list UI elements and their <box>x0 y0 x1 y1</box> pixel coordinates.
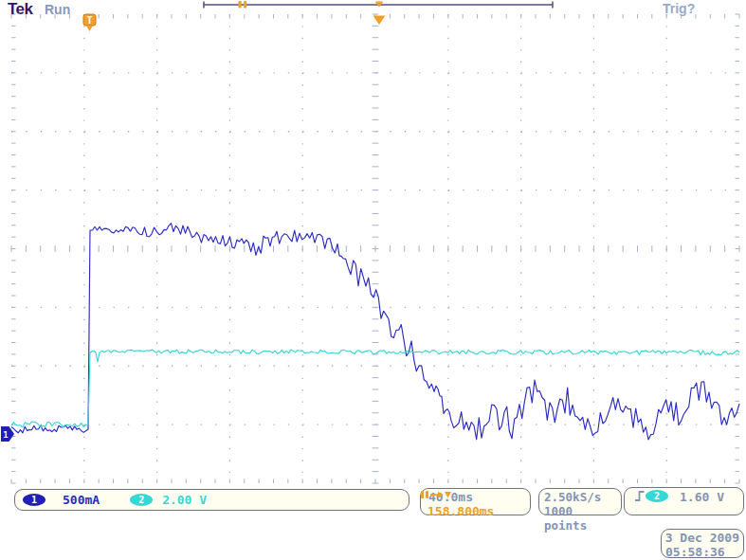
ch1-ground-marker-icon: 1 <box>1 426 14 442</box>
ch1-trace <box>11 224 739 440</box>
scope-display: T 1 <box>0 0 746 560</box>
time-label: 05:58:36 <box>662 545 743 559</box>
date-label: 3 Dec 2009 <box>662 530 743 545</box>
ch2-badge: 2 <box>130 494 153 506</box>
delay-value: 158.800ms <box>428 504 494 518</box>
rising-edge-icon <box>634 489 646 502</box>
tek-logo: Tek <box>8 0 33 19</box>
waveforms <box>11 224 739 440</box>
ch2-trace <box>11 350 739 427</box>
sample-rate: 2.50kS/s <box>539 489 621 504</box>
trigger-level: 1.60 V <box>680 490 724 504</box>
trigger-source-badge: 2 <box>646 490 668 502</box>
ch1-scale: 500mA <box>63 493 100 507</box>
horizontal-readout: 40.0ms 158.800ms <box>420 488 531 515</box>
expansion-triangle-icon <box>373 16 386 26</box>
oscilloscope-screen: T 1 Tek Run Trig? 1 500mA 2 2.00 V 40.0m… <box>0 0 746 560</box>
ch1-marker-label: 1 <box>3 430 8 440</box>
record-length: 1000 points <box>539 504 621 533</box>
graticule-ticks <box>11 14 739 483</box>
ch1-badge: 1 <box>23 494 45 506</box>
trigger-flag-label: T <box>86 15 92 26</box>
ch2-scale: 2.00 V <box>162 493 207 507</box>
channel-scale-readout: 1 500mA 2 2.00 V <box>14 489 409 511</box>
acquisition-status: Run <box>45 2 70 17</box>
trigger-status: Trig? <box>663 1 695 16</box>
record-view-bar <box>204 1 553 9</box>
delay-ii-to-trigger-icon <box>421 489 451 500</box>
graticule <box>11 14 739 483</box>
trigger-readout: 2 1.60 V <box>624 487 744 515</box>
delay-readout: 158.800ms <box>421 504 530 518</box>
trigger-position-flag-icon: T <box>83 14 96 31</box>
datetime-readout: 3 Dec 2009 05:58:36 <box>661 529 744 558</box>
acquisition-readout: 2.50kS/s 1000 points <box>538 488 622 515</box>
